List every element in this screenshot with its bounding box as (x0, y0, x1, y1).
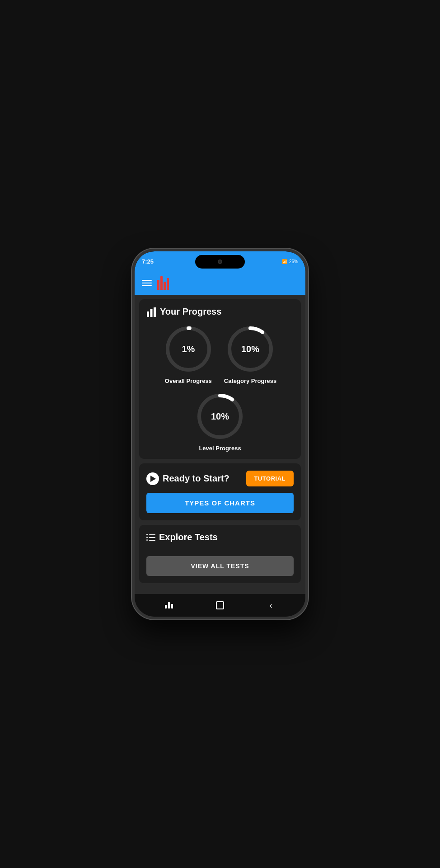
category-progress-label: Category Progress (224, 377, 276, 384)
phone-screen: 7:25 📶 26% (135, 251, 305, 617)
ready-row: Ready to Start? TUTORIAL (146, 471, 294, 486)
home-square-icon (216, 601, 224, 609)
level-progress-label: Level Progress (199, 445, 241, 452)
explore-title: Explore Tests (146, 532, 294, 542)
play-icon (146, 472, 159, 485)
notch (195, 255, 245, 269)
hamburger-menu-button[interactable] (142, 280, 152, 286)
app-logo (157, 276, 169, 290)
ready-title: Ready to Start? (146, 472, 229, 485)
hamburger-line-1 (142, 280, 152, 281)
home-button[interactable] (213, 599, 227, 612)
progress-title-text: Your Progress (160, 307, 221, 317)
back-chevron-icon: ‹ (270, 601, 272, 610)
bar1 (165, 605, 167, 609)
list-icon (146, 534, 155, 541)
silent-button[interactable] (132, 353, 133, 376)
svg-rect-1 (150, 309, 153, 317)
level-circle: 10% (195, 392, 245, 441)
phone-frame: 7:25 📶 26% (132, 249, 308, 619)
status-bar: 7:25 📶 26% (135, 251, 305, 271)
camera-icon (218, 259, 222, 264)
power-button[interactable] (307, 328, 308, 360)
logo-bar-2 (160, 276, 163, 290)
bar-chart-icon (146, 307, 156, 317)
recent-apps-button[interactable] (162, 599, 176, 612)
progress-section: 1% Overall Progress 10% (146, 324, 294, 452)
explore-card: Explore Tests VIEW ALL TESTS (139, 525, 301, 583)
wifi-icon: 📶 (282, 259, 287, 264)
overall-percent-text: 1% (182, 344, 195, 354)
svg-rect-0 (147, 311, 149, 317)
view-all-tests-button[interactable]: VIEW ALL TESTS (146, 556, 294, 576)
types-of-charts-button[interactable]: TYPES OF CHARTS (146, 493, 294, 513)
ready-section: Ready to Start? TUTORIAL TYPES OF CHARTS (146, 471, 294, 513)
logo-bar-4 (167, 278, 169, 290)
ready-card: Ready to Start? TUTORIAL TYPES OF CHARTS (139, 463, 301, 520)
app-header (135, 271, 305, 295)
tutorial-button[interactable]: TUTORIAL (246, 471, 294, 486)
logo-bar-1 (157, 280, 159, 290)
progress-top-row: 1% Overall Progress 10% (164, 324, 276, 384)
ready-title-text: Ready to Start? (163, 473, 229, 484)
main-content: Your Progress 1% (135, 295, 305, 594)
battery-text: 26% (289, 259, 298, 264)
svg-rect-2 (154, 307, 156, 317)
volume-up-button[interactable] (132, 306, 133, 319)
progress-card: Your Progress 1% (139, 299, 301, 459)
logo-bar-3 (164, 282, 166, 290)
level-progress-item: 10% Level Progress (195, 392, 245, 452)
bar3 (171, 604, 173, 609)
explore-section: Explore Tests VIEW ALL TESTS (146, 532, 294, 576)
volume-down-button[interactable] (132, 326, 133, 349)
level-percent-text: 10% (211, 411, 229, 422)
status-time: 7:25 (142, 258, 154, 265)
category-circle: 10% (225, 324, 275, 374)
explore-title-text: Explore Tests (159, 532, 218, 542)
status-icons: 📶 26% (282, 259, 298, 264)
overall-progress-label: Overall Progress (165, 377, 212, 384)
progress-card-title: Your Progress (146, 307, 294, 317)
overall-circle: 1% (164, 324, 213, 374)
bar2 (168, 602, 170, 609)
hamburger-line-2 (142, 283, 152, 283)
hamburger-line-3 (142, 285, 152, 286)
overall-progress-item: 1% Overall Progress (164, 324, 213, 384)
category-progress-item: 10% Category Progress (224, 324, 276, 384)
bottom-nav: ‹ (135, 594, 305, 617)
back-button[interactable]: ‹ (264, 599, 278, 612)
recent-apps-icon (165, 602, 173, 609)
play-triangle (150, 476, 156, 482)
category-percent-text: 10% (241, 344, 259, 354)
